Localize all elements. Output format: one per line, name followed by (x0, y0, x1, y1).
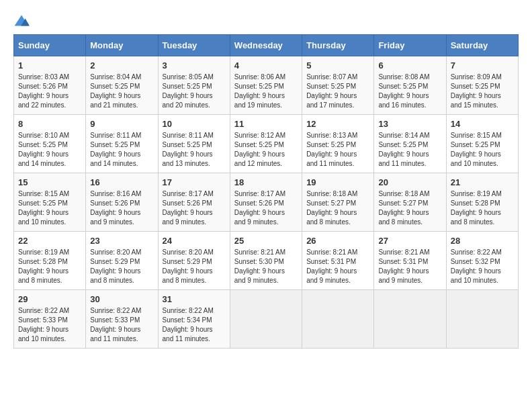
day-number: 18 (234, 177, 298, 187)
calendar-cell: 21Sunrise: 8:19 AMSunset: 5:28 PMDayligh… (446, 173, 518, 232)
day-detail: Sunrise: 8:11 AMSunset: 5:25 PMDaylight:… (163, 131, 226, 169)
calendar-table: SundayMondayTuesdayWednesdayThursdayFrid… (13, 34, 519, 349)
calendar-cell: 16Sunrise: 8:16 AMSunset: 5:26 PMDayligh… (86, 173, 158, 232)
day-number: 9 (90, 119, 153, 129)
day-number: 8 (18, 119, 81, 129)
calendar-week-row: 29Sunrise: 8:22 AMSunset: 5:33 PMDayligh… (14, 290, 519, 349)
day-number: 4 (234, 60, 298, 71)
day-detail: Sunrise: 8:03 AMSunset: 5:26 PMDaylight:… (18, 73, 81, 110)
day-detail: Sunrise: 8:21 AMSunset: 5:30 PMDaylight:… (234, 248, 298, 285)
day-detail: Sunrise: 8:22 AMSunset: 5:33 PMDaylight:… (18, 306, 81, 344)
day-detail: Sunrise: 8:05 AMSunset: 5:25 PMDaylight:… (163, 73, 226, 110)
day-number: 7 (451, 60, 514, 71)
day-detail: Sunrise: 8:12 AMSunset: 5:25 PMDaylight:… (234, 131, 298, 169)
day-detail: Sunrise: 8:09 AMSunset: 5:25 PMDaylight:… (451, 73, 514, 110)
day-detail: Sunrise: 8:07 AMSunset: 5:25 PMDaylight:… (306, 73, 369, 110)
header-monday: Monday (86, 35, 158, 56)
day-detail: Sunrise: 8:18 AMSunset: 5:27 PMDaylight:… (378, 189, 441, 227)
day-number: 31 (163, 294, 226, 304)
day-detail: Sunrise: 8:19 AMSunset: 5:28 PMDaylight:… (18, 248, 81, 285)
header-tuesday: Tuesday (158, 35, 230, 56)
day-detail: Sunrise: 8:04 AMSunset: 5:25 PMDaylight:… (90, 73, 153, 110)
calendar-cell: 1Sunrise: 8:03 AMSunset: 5:26 PMDaylight… (14, 56, 86, 115)
day-number: 6 (378, 60, 441, 71)
day-detail: Sunrise: 8:18 AMSunset: 5:27 PMDaylight:… (306, 189, 369, 227)
day-number: 14 (451, 119, 514, 129)
day-number: 17 (163, 177, 226, 187)
calendar-cell: 18Sunrise: 8:17 AMSunset: 5:26 PMDayligh… (230, 173, 302, 232)
logo (13, 13, 32, 28)
header-sunday: Sunday (14, 35, 86, 56)
day-detail: Sunrise: 8:08 AMSunset: 5:25 PMDaylight:… (378, 73, 441, 110)
day-number: 27 (378, 236, 441, 246)
header-thursday: Thursday (302, 35, 374, 56)
day-detail: Sunrise: 8:10 AMSunset: 5:25 PMDaylight:… (18, 131, 81, 169)
calendar-cell: 29Sunrise: 8:22 AMSunset: 5:33 PMDayligh… (14, 290, 86, 349)
calendar-cell: 30Sunrise: 8:22 AMSunset: 5:33 PMDayligh… (86, 290, 158, 349)
day-detail: Sunrise: 8:13 AMSunset: 5:25 PMDaylight:… (306, 131, 369, 169)
day-number: 5 (306, 60, 369, 71)
day-detail: Sunrise: 8:15 AMSunset: 5:25 PMDaylight:… (18, 189, 81, 227)
day-detail: Sunrise: 8:17 AMSunset: 5:26 PMDaylight:… (163, 189, 226, 227)
calendar-cell: 26Sunrise: 8:21 AMSunset: 5:31 PMDayligh… (302, 232, 374, 290)
day-number: 21 (451, 177, 514, 187)
calendar-week-row: 15Sunrise: 8:15 AMSunset: 5:25 PMDayligh… (14, 173, 519, 232)
header-wednesday: Wednesday (230, 35, 302, 56)
header-friday: Friday (374, 35, 446, 56)
day-number: 29 (18, 294, 81, 304)
calendar-week-row: 8Sunrise: 8:10 AMSunset: 5:25 PMDaylight… (14, 115, 519, 173)
calendar-header-row: SundayMondayTuesdayWednesdayThursdayFrid… (14, 35, 519, 56)
day-number: 19 (306, 177, 369, 187)
day-detail: Sunrise: 8:21 AMSunset: 5:31 PMDaylight:… (306, 248, 369, 285)
calendar-cell: 28Sunrise: 8:22 AMSunset: 5:32 PMDayligh… (446, 232, 518, 290)
calendar-cell: 25Sunrise: 8:21 AMSunset: 5:30 PMDayligh… (230, 232, 302, 290)
day-number: 1 (18, 60, 81, 71)
day-number: 22 (18, 236, 81, 246)
day-number: 25 (234, 236, 298, 246)
day-detail: Sunrise: 8:14 AMSunset: 5:25 PMDaylight:… (378, 131, 441, 169)
calendar-cell: 6Sunrise: 8:08 AMSunset: 5:25 PMDaylight… (374, 56, 446, 115)
calendar-cell: 4Sunrise: 8:06 AMSunset: 5:25 PMDaylight… (230, 56, 302, 115)
calendar-cell (374, 290, 446, 349)
calendar-cell: 13Sunrise: 8:14 AMSunset: 5:25 PMDayligh… (374, 115, 446, 173)
header-saturday: Saturday (446, 35, 518, 56)
day-detail: Sunrise: 8:21 AMSunset: 5:31 PMDaylight:… (378, 248, 441, 285)
day-number: 16 (90, 177, 153, 187)
calendar-week-row: 22Sunrise: 8:19 AMSunset: 5:28 PMDayligh… (14, 232, 519, 290)
calendar-cell: 7Sunrise: 8:09 AMSunset: 5:25 PMDaylight… (446, 56, 518, 115)
logo-icon (13, 14, 30, 28)
calendar-cell: 24Sunrise: 8:20 AMSunset: 5:29 PMDayligh… (158, 232, 230, 290)
day-number: 26 (306, 236, 369, 246)
page-header (13, 13, 519, 28)
calendar-cell: 9Sunrise: 8:11 AMSunset: 5:25 PMDaylight… (86, 115, 158, 173)
day-number: 13 (378, 119, 441, 129)
day-number: 11 (234, 119, 298, 129)
day-detail: Sunrise: 8:16 AMSunset: 5:26 PMDaylight:… (90, 189, 153, 227)
calendar-cell: 3Sunrise: 8:05 AMSunset: 5:25 PMDaylight… (158, 56, 230, 115)
day-detail: Sunrise: 8:06 AMSunset: 5:25 PMDaylight:… (234, 73, 298, 110)
day-number: 23 (90, 236, 153, 246)
calendar-cell: 20Sunrise: 8:18 AMSunset: 5:27 PMDayligh… (374, 173, 446, 232)
day-number: 20 (378, 177, 441, 187)
calendar-cell: 22Sunrise: 8:19 AMSunset: 5:28 PMDayligh… (14, 232, 86, 290)
day-number: 2 (90, 60, 153, 71)
calendar-cell: 14Sunrise: 8:15 AMSunset: 5:25 PMDayligh… (446, 115, 518, 173)
calendar-cell: 31Sunrise: 8:22 AMSunset: 5:34 PMDayligh… (158, 290, 230, 349)
calendar-cell: 12Sunrise: 8:13 AMSunset: 5:25 PMDayligh… (302, 115, 374, 173)
day-detail: Sunrise: 8:19 AMSunset: 5:28 PMDaylight:… (451, 189, 514, 227)
day-number: 30 (90, 294, 153, 304)
calendar-cell: 19Sunrise: 8:18 AMSunset: 5:27 PMDayligh… (302, 173, 374, 232)
calendar-cell: 17Sunrise: 8:17 AMSunset: 5:26 PMDayligh… (158, 173, 230, 232)
day-detail: Sunrise: 8:17 AMSunset: 5:26 PMDaylight:… (234, 189, 298, 227)
day-number: 3 (163, 60, 226, 71)
day-detail: Sunrise: 8:22 AMSunset: 5:33 PMDaylight:… (90, 306, 153, 344)
calendar-cell: 27Sunrise: 8:21 AMSunset: 5:31 PMDayligh… (374, 232, 446, 290)
day-detail: Sunrise: 8:15 AMSunset: 5:25 PMDaylight:… (451, 131, 514, 169)
day-detail: Sunrise: 8:22 AMSunset: 5:32 PMDaylight:… (451, 248, 514, 285)
calendar-cell: 15Sunrise: 8:15 AMSunset: 5:25 PMDayligh… (14, 173, 86, 232)
day-detail: Sunrise: 8:11 AMSunset: 5:25 PMDaylight:… (90, 131, 153, 169)
calendar-cell: 11Sunrise: 8:12 AMSunset: 5:25 PMDayligh… (230, 115, 302, 173)
calendar-week-row: 1Sunrise: 8:03 AMSunset: 5:26 PMDaylight… (14, 56, 519, 115)
calendar-cell (446, 290, 518, 349)
calendar-cell: 2Sunrise: 8:04 AMSunset: 5:25 PMDaylight… (86, 56, 158, 115)
